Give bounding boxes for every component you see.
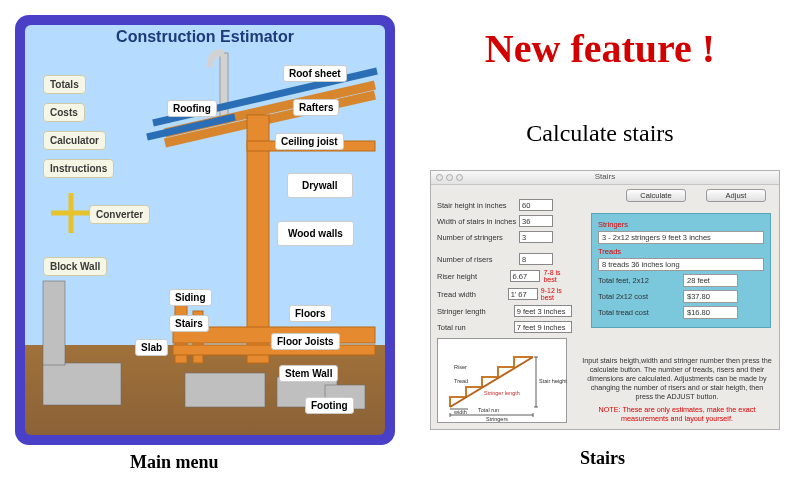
- width-label: Width of stairs in inches: [437, 217, 519, 226]
- totals-button[interactable]: Totals: [43, 75, 86, 94]
- stair-diagram: Riser Tread Stringer length Stair height…: [437, 338, 567, 423]
- stairs-tag[interactable]: Stairs: [169, 315, 209, 332]
- description-text: Input stairs heigth,width and stringer n…: [581, 356, 773, 423]
- riser-height-tip: 7-8 is best: [543, 269, 572, 283]
- stringers-heading: Stringers: [598, 220, 764, 229]
- svg-rect-2: [185, 373, 265, 407]
- siding-tag[interactable]: Siding: [169, 289, 212, 306]
- stringers-label: Number of stringers: [437, 233, 519, 242]
- svg-rect-10: [247, 115, 269, 363]
- description-note: NOTE: These are only estimates, make the…: [581, 405, 773, 423]
- stringer-length-output: 9 feet 3 inches: [514, 305, 572, 317]
- drywall-tag[interactable]: Drywall: [287, 173, 353, 198]
- floor-joists-tag[interactable]: Floor Joists: [271, 333, 340, 350]
- risers-input[interactable]: 8: [519, 253, 553, 265]
- stringers-input[interactable]: 3: [519, 231, 553, 243]
- tread-width-label: Tread width: [437, 290, 508, 299]
- stairs-window: Stairs Calculate Adjust Stair height in …: [430, 170, 780, 430]
- diagram-tread-label: Tread: [454, 378, 468, 384]
- costs-button[interactable]: Costs: [43, 103, 85, 122]
- wood-walls-tag[interactable]: Wood walls: [277, 221, 354, 246]
- stringer-length-label: Stringer length: [437, 307, 514, 316]
- width-input[interactable]: 36: [519, 215, 553, 227]
- floors-tag[interactable]: Floors: [289, 305, 332, 322]
- svg-rect-0: [43, 363, 121, 405]
- description-body: Input stairs heigth,width and stringer n…: [581, 356, 773, 401]
- calculate-button[interactable]: Calculate: [626, 189, 686, 202]
- inputs-group: Stair height in inches60 Width of stairs…: [437, 199, 572, 337]
- footing-tag[interactable]: Footing: [305, 397, 354, 414]
- diagram-stringers-label: Stringers: [486, 416, 508, 422]
- diagram-stringer-length-label: Stringer length: [484, 390, 520, 396]
- total-feet-label: Total feet, 2x12: [598, 276, 683, 285]
- diagram-total-run-label: Total run: [478, 407, 499, 413]
- main-menu-screenshot: Construction Estimator: [15, 15, 395, 445]
- converter-button[interactable]: Converter: [89, 205, 150, 224]
- diagram-width-label: width: [453, 409, 467, 415]
- stringers-result: 3 - 2x12 stringers 9 feet 3 inches: [598, 231, 764, 244]
- risers-label: Number of risers: [437, 255, 519, 264]
- diagram-stair-height-label: Stair height: [539, 378, 567, 384]
- stairs-titlebar: Stairs: [431, 171, 779, 185]
- riser-height-label: Riser height: [437, 272, 510, 281]
- roof-sheet-tag[interactable]: Roof sheet: [283, 65, 347, 82]
- svg-rect-1: [43, 281, 65, 365]
- total-feet-value: 28 feet: [683, 274, 738, 287]
- block-wall-button[interactable]: Block Wall: [43, 257, 107, 276]
- slab-tag[interactable]: Slab: [135, 339, 168, 356]
- rafters-tag[interactable]: Rafters: [293, 99, 339, 116]
- stair-height-label: Stair height in inches: [437, 201, 519, 210]
- window-title: Stairs: [431, 172, 779, 181]
- instructions-button[interactable]: Instructions: [43, 159, 114, 178]
- total-run-label: Total run: [437, 323, 514, 332]
- svg-rect-5: [220, 53, 228, 123]
- stair-height-input[interactable]: 60: [519, 199, 553, 211]
- tread-width-tip: 9-12 is best: [541, 287, 572, 301]
- treads-result: 8 treads 36 inches long: [598, 258, 764, 271]
- stem-wall-tag[interactable]: Stem Wall: [279, 365, 338, 382]
- diagram-riser-label: Riser: [454, 364, 467, 370]
- treads-heading: Treads: [598, 247, 764, 256]
- cost-2x12-label: Total 2x12 cost: [598, 292, 683, 301]
- roofing-tag[interactable]: Roofing: [167, 100, 217, 117]
- total-run-output: 7 feet 9 inches: [514, 321, 572, 333]
- main-menu-caption: Main menu: [130, 452, 219, 473]
- cost-tread-label: Total tread cost: [598, 308, 683, 317]
- results-panel: Stringers 3 - 2x12 stringers 9 feet 3 in…: [591, 213, 771, 328]
- ceiling-joist-tag[interactable]: Ceiling joist: [275, 133, 344, 150]
- stairs-caption: Stairs: [580, 448, 625, 469]
- calculator-button[interactable]: Calculator: [43, 131, 106, 150]
- cost-tread-value: $16.80: [683, 306, 738, 319]
- new-feature-headline: New feature !: [420, 25, 780, 72]
- adjust-button[interactable]: Adjust: [706, 189, 766, 202]
- calculate-stairs-heading: Calculate stairs: [420, 120, 780, 147]
- cost-2x12-value: $37.80: [683, 290, 738, 303]
- riser-height-output: 6.67: [510, 270, 541, 282]
- tread-width-output: 1' 67: [508, 288, 538, 300]
